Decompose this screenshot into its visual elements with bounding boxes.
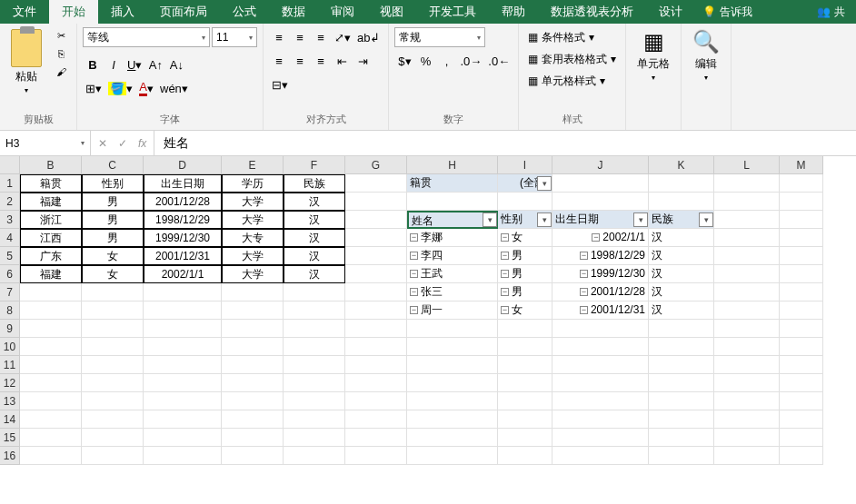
- cells-button[interactable]: ▦ 单元格▾: [632, 27, 675, 84]
- cell[interactable]: 大学: [222, 211, 284, 229]
- cell[interactable]: 性别: [82, 174, 144, 193]
- row-header-7[interactable]: 7: [0, 283, 20, 301]
- cell[interactable]: [20, 320, 82, 338]
- cell[interactable]: [780, 338, 823, 356]
- cell[interactable]: [144, 320, 222, 338]
- cell[interactable]: [780, 320, 823, 338]
- align-top-button[interactable]: ≡: [269, 27, 289, 47]
- cell[interactable]: 汉: [284, 247, 345, 265]
- cell[interactable]: −男: [498, 247, 552, 265]
- comma-button[interactable]: ,: [436, 51, 456, 71]
- cell[interactable]: −男: [498, 265, 552, 283]
- collapse-icon[interactable]: −: [501, 288, 509, 296]
- cell[interactable]: [552, 429, 649, 447]
- cell[interactable]: [345, 447, 407, 465]
- col-header-B[interactable]: B: [20, 156, 82, 174]
- cell[interactable]: [714, 447, 780, 465]
- cell[interactable]: [345, 193, 407, 211]
- cell[interactable]: 民族: [284, 174, 345, 193]
- cell[interactable]: [20, 338, 82, 356]
- cell[interactable]: [222, 410, 284, 429]
- cell[interactable]: [284, 447, 345, 465]
- cell[interactable]: −李四: [407, 247, 498, 265]
- tab-view[interactable]: 视图: [367, 0, 416, 24]
- cell[interactable]: [144, 374, 222, 392]
- cell[interactable]: [498, 193, 552, 211]
- worksheet[interactable]: BCDEFGHIJKLM 12345678910111213141516 籍贯性…: [0, 156, 856, 501]
- cell[interactable]: [649, 338, 714, 356]
- cell[interactable]: [498, 338, 552, 356]
- cell[interactable]: −男: [498, 283, 552, 301]
- cell[interactable]: [284, 410, 345, 429]
- row-header-9[interactable]: 9: [0, 320, 20, 338]
- cell[interactable]: −周一: [407, 301, 498, 320]
- cell[interactable]: [144, 447, 222, 465]
- row-header-3[interactable]: 3: [0, 211, 20, 229]
- cell[interactable]: [222, 429, 284, 447]
- wrap-text-button[interactable]: ab↲: [354, 27, 383, 47]
- decrease-decimal-button[interactable]: .0←: [485, 51, 513, 71]
- cell[interactable]: 大专: [222, 229, 284, 247]
- tab-home[interactable]: 开始: [49, 0, 98, 24]
- cell[interactable]: [714, 429, 780, 447]
- cell[interactable]: 2001/12/31: [144, 247, 222, 265]
- cell[interactable]: [222, 320, 284, 338]
- cell[interactable]: [780, 374, 823, 392]
- cell[interactable]: [649, 320, 714, 338]
- col-header-H[interactable]: H: [407, 156, 498, 174]
- cell[interactable]: 汉: [284, 265, 345, 283]
- cell[interactable]: [407, 374, 498, 392]
- cell[interactable]: 浙江: [20, 211, 82, 229]
- cell[interactable]: [649, 193, 714, 211]
- cell[interactable]: 女: [82, 265, 144, 283]
- cell[interactable]: [498, 392, 552, 410]
- cell[interactable]: [780, 392, 823, 410]
- cell[interactable]: [222, 283, 284, 301]
- cell[interactable]: [345, 247, 407, 265]
- cell[interactable]: [20, 374, 82, 392]
- cell[interactable]: 汉: [284, 193, 345, 211]
- cell[interactable]: 福建: [20, 193, 82, 211]
- col-header-F[interactable]: F: [284, 156, 345, 174]
- cell[interactable]: [222, 392, 284, 410]
- cell[interactable]: [714, 320, 780, 338]
- cell[interactable]: [552, 338, 649, 356]
- cell[interactable]: [222, 356, 284, 374]
- col-header-I[interactable]: I: [498, 156, 552, 174]
- cell[interactable]: [407, 320, 498, 338]
- cell[interactable]: [407, 410, 498, 429]
- cell[interactable]: [284, 374, 345, 392]
- merge-button[interactable]: ⊟▾: [269, 74, 291, 94]
- row-header-2[interactable]: 2: [0, 193, 20, 211]
- collapse-icon[interactable]: −: [410, 233, 418, 242]
- cell[interactable]: [20, 392, 82, 410]
- collapse-icon[interactable]: −: [410, 288, 418, 296]
- cell[interactable]: [222, 447, 284, 465]
- grow-font-button[interactable]: A↑: [145, 54, 165, 74]
- cell[interactable]: [498, 447, 552, 465]
- cell[interactable]: −女: [498, 229, 552, 247]
- fx-button[interactable]: fx: [138, 137, 146, 150]
- cell[interactable]: [20, 301, 82, 320]
- cell[interactable]: 大学: [222, 193, 284, 211]
- row-header-14[interactable]: 14: [0, 410, 20, 429]
- row-header-1[interactable]: 1: [0, 174, 20, 193]
- cell[interactable]: 1999/12/30: [144, 229, 222, 247]
- cell[interactable]: [82, 283, 144, 301]
- pivot-field-dropdown[interactable]: ▾: [699, 212, 713, 227]
- shrink-font-button[interactable]: A↓: [166, 54, 186, 74]
- cell[interactable]: [780, 193, 823, 211]
- row-header-4[interactable]: 4: [0, 229, 20, 247]
- cell[interactable]: [345, 338, 407, 356]
- tab-dev[interactable]: 开发工具: [416, 0, 489, 24]
- font-name-combo[interactable]: 等线▾: [83, 27, 210, 47]
- col-header-L[interactable]: L: [714, 156, 780, 174]
- decrease-indent-button[interactable]: ⇤: [332, 51, 352, 71]
- cell[interactable]: [345, 392, 407, 410]
- cell[interactable]: [82, 338, 144, 356]
- cell[interactable]: [649, 447, 714, 465]
- pivot-field-dropdown[interactable]: ▾: [633, 212, 648, 227]
- align-right-button[interactable]: ≡: [311, 51, 331, 71]
- cell[interactable]: [552, 320, 649, 338]
- collapse-icon[interactable]: −: [592, 233, 600, 242]
